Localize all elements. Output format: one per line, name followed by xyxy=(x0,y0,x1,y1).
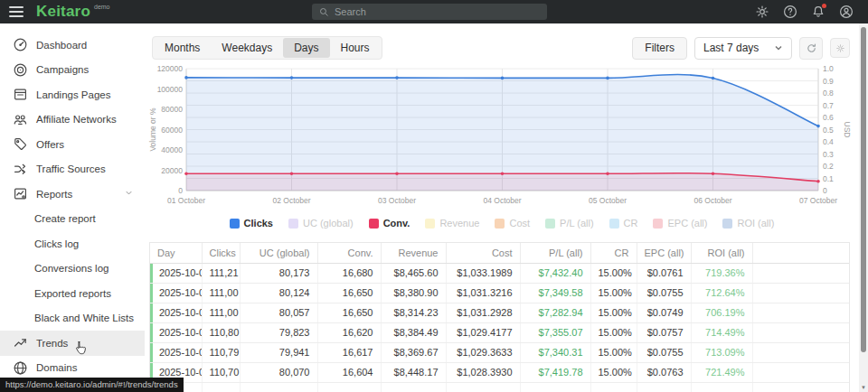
cell-uc-global: 80,057 xyxy=(240,303,317,322)
column-header-conv[interactable]: Conv. xyxy=(317,243,381,263)
legend-item-cost[interactable]: Cost xyxy=(495,218,530,229)
cell-day: 2025-10-02 xyxy=(150,283,202,303)
column-header-clicks[interactable]: Clicks xyxy=(202,243,240,263)
cell-uc-global: 79,941 xyxy=(240,342,317,362)
cell-clicks: 110,70 xyxy=(202,362,240,382)
sidebar-item-create-report[interactable]: Create report xyxy=(0,207,145,232)
sidebar-item-traffic-sources[interactable]: Traffic Sources xyxy=(0,157,145,182)
legend-item-conv[interactable]: Conv. xyxy=(369,218,410,229)
sidebar-item-reports[interactable]: Reports xyxy=(0,182,145,207)
cell-cost: $1,028.3930 xyxy=(446,362,520,382)
cell-clicks: 110,80 xyxy=(202,322,240,342)
chart-settings-button[interactable] xyxy=(830,38,850,58)
legend-swatch xyxy=(545,219,555,229)
tab-hours[interactable]: Hours xyxy=(330,38,381,58)
sidebar-item-label: Affiliate Networks xyxy=(36,114,117,125)
chevron-down-icon xyxy=(124,188,134,200)
svg-text:100000: 100000 xyxy=(157,85,184,94)
legend-item-clicks[interactable]: Clicks xyxy=(230,218,273,229)
column-header-cost[interactable]: Cost xyxy=(446,243,520,263)
table-row[interactable]: 2025-10-03111,0080,05716,650$8,314.23$1,… xyxy=(150,303,849,322)
column-header-p-l-all[interactable]: P/L (all) xyxy=(520,243,590,263)
page-scrollbar[interactable]: ▼ xyxy=(859,23,868,392)
cell-uc-global: 79,823 xyxy=(240,322,317,342)
search-input[interactable] xyxy=(335,6,515,17)
menu-toggle-icon[interactable] xyxy=(9,4,24,20)
column-header-roi-all[interactable]: ROI (all) xyxy=(691,243,752,263)
cell-revenue: $8,384.49 xyxy=(381,322,446,342)
sidebar-item-domains[interactable]: Domains xyxy=(0,356,145,381)
cell-cost xyxy=(446,382,520,392)
svg-text:0.8: 0.8 xyxy=(823,89,834,98)
table-row[interactable]: 2025-10-04110,8079,82316,620$8,384.49$1,… xyxy=(150,322,849,342)
notifications-icon[interactable] xyxy=(811,5,826,19)
legend-item-p-l-all[interactable]: P/L (all) xyxy=(545,218,594,229)
legend-swatch xyxy=(609,219,619,229)
legend-item-roi-all[interactable]: ROI (all) xyxy=(722,218,774,229)
svg-text:0.7: 0.7 xyxy=(823,101,834,110)
svg-text:0: 0 xyxy=(823,186,827,195)
date-range-select[interactable]: Last 7 days xyxy=(694,37,792,60)
legend-item-uc-global[interactable]: UC (global) xyxy=(288,218,354,229)
tab-days[interactable]: Days xyxy=(283,38,329,58)
svg-text:0.4: 0.4 xyxy=(823,137,834,146)
brand-badge: demo xyxy=(94,4,110,10)
sidebar-item-affiliate-networks[interactable]: Affiliate Networks xyxy=(0,107,145,133)
help-icon[interactable] xyxy=(783,5,797,19)
sidebar-item-campaigns[interactable]: Campaigns xyxy=(0,58,145,83)
scrollbar-down-arrow[interactable]: ▼ xyxy=(859,385,868,390)
cell-roi-all: 721.49% xyxy=(691,362,752,382)
scrollbar-thumb[interactable] xyxy=(861,27,866,352)
sidebar-item-exported-reports[interactable]: Exported reports xyxy=(0,281,145,306)
table-row-partial[interactable] xyxy=(150,382,849,392)
table-row[interactable]: 2025-10-02111,0080,12416,650$8,380.90$1,… xyxy=(150,283,849,303)
tab-weekdays[interactable]: Weekdays xyxy=(211,38,283,58)
cell-revenue: $8,369.67 xyxy=(381,342,446,362)
svg-text:0.6: 0.6 xyxy=(823,113,834,122)
account-icon[interactable] xyxy=(839,5,854,19)
table-row[interactable]: 2025-10-05110,7979,94116,617$8,369.67$1,… xyxy=(150,342,849,362)
sidebar-item-black-and-white-lists[interactable]: Black and White Lists xyxy=(0,306,145,331)
sidebar-item-conversions-log[interactable]: Conversions log xyxy=(0,257,145,282)
tab-months[interactable]: Months xyxy=(154,38,211,58)
legend-label: ROI (all) xyxy=(737,218,774,229)
cell-conv: 16,680 xyxy=(317,263,381,283)
svg-text:60000: 60000 xyxy=(161,126,183,135)
cell-uc-global xyxy=(240,382,317,392)
column-header-epc-all[interactable]: EPC (all) xyxy=(637,243,691,263)
refresh-button[interactable] xyxy=(799,37,823,60)
settings-icon[interactable] xyxy=(755,5,769,19)
legend-label: Cost xyxy=(509,218,530,229)
cell-clicks: 111,00 xyxy=(202,283,240,303)
sidebar-item-offers[interactable]: Offers xyxy=(0,132,145,157)
cell-uc-global: 80,070 xyxy=(240,362,317,382)
sidebar-item-dashboard[interactable]: Dashboard xyxy=(0,33,145,58)
sidebar-item-landings-pages[interactable]: Landings Pages xyxy=(0,82,145,107)
column-header-uc-global[interactable]: UC (global) xyxy=(240,243,317,263)
cell-roi-all: 712.64% xyxy=(691,283,752,303)
cell-conv: 16,617 xyxy=(317,342,381,362)
sidebar-item-clicks-log[interactable]: Clicks log xyxy=(0,231,145,257)
cell-day: 2025-10-05 xyxy=(150,342,202,362)
sidebar-item-label: Landings Pages xyxy=(36,89,110,100)
offers-icon xyxy=(13,136,28,152)
legend-item-cr[interactable]: CR xyxy=(609,218,638,229)
cell-cr: 15.00% xyxy=(590,303,637,322)
svg-text:03 October: 03 October xyxy=(378,196,416,205)
legend-label: EPC (all) xyxy=(667,218,707,229)
svg-text:01 October: 01 October xyxy=(167,196,205,205)
legend-item-epc-all[interactable]: EPC (all) xyxy=(653,218,707,229)
column-header-cr[interactable]: CR xyxy=(590,243,637,263)
global-search[interactable] xyxy=(312,4,547,20)
legend-label: P/L (all) xyxy=(560,218,594,229)
legend-label: Conv. xyxy=(383,218,410,229)
column-header-day[interactable]: Day xyxy=(150,243,202,263)
legend-item-revenue[interactable]: Revenue xyxy=(425,218,479,229)
column-header-revenue[interactable]: Revenue xyxy=(381,243,446,263)
sidebar-item-trends[interactable]: Trends xyxy=(0,331,145,356)
table-row[interactable]: 2025-10-01111,2180,17316,680$8,465.60$1,… xyxy=(150,263,849,283)
brand-logo[interactable]: Keitaro xyxy=(36,3,90,21)
table-row[interactable]: 2025-10-06110,7080,07016,604$8,448.17$1,… xyxy=(150,362,849,382)
filters-button[interactable]: Filters xyxy=(632,37,687,60)
svg-text:07 October: 07 October xyxy=(799,196,837,205)
